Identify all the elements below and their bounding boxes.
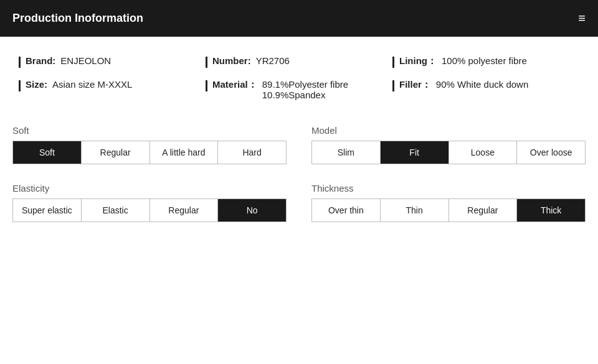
attr-label: Soft [12, 125, 287, 136]
attr-label: Thickness [311, 183, 586, 194]
attr-group-thickness: ThicknessOver thinThinRegularThick [311, 183, 586, 222]
info-item: Filler：90% White duck down [392, 79, 579, 100]
attr-option-slim[interactable]: Slim [312, 141, 381, 164]
attributes-section: SoftSoftRegularA little hardHardModelSli… [0, 106, 598, 235]
attr-label: Elasticity [12, 183, 287, 194]
attr-group-model: ModelSlimFitLooseOver loose [311, 125, 586, 164]
info-item: Size:Asian size M-XXXL [19, 79, 206, 100]
attr-label: Model [311, 125, 586, 136]
attr-buttons: Super elasticElasticRegularNo [12, 198, 287, 222]
info-label: Lining： [399, 55, 437, 67]
attr-option-regular[interactable]: Regular [449, 199, 518, 222]
info-value: 89.1%Polyester fibre10.9%Spandex [262, 79, 348, 100]
info-bar [19, 57, 21, 68]
menu-icon[interactable]: ≡ [578, 11, 586, 26]
attr-option-elastic[interactable]: Elastic [82, 199, 150, 222]
info-item: Material：89.1%Polyester fibre10.9%Spande… [206, 79, 392, 100]
attr-option-thin[interactable]: Thin [381, 199, 449, 222]
info-label: Filler： [399, 79, 431, 91]
info-item: Brand:ENJEOLON [19, 55, 206, 68]
info-value: Asian size M-XXXL [52, 79, 132, 90]
info-value: ENJEOLON [60, 55, 111, 66]
info-bar [206, 57, 207, 68]
attr-group-soft: SoftSoftRegularA little hardHard [12, 125, 287, 164]
attr-option-hard[interactable]: Hard [218, 141, 286, 164]
attr-option-thick[interactable]: Thick [517, 199, 585, 222]
header: Production Inoformation ≡ [0, 0, 598, 37]
info-bar [392, 80, 394, 91]
attr-option-loose[interactable]: Loose [449, 141, 518, 164]
info-label: Brand: [26, 55, 55, 66]
attr-option-over-loose[interactable]: Over loose [517, 141, 585, 164]
attr-option-fit[interactable]: Fit [381, 141, 449, 164]
attr-group-elasticity: ElasticitySuper elasticElasticRegularNo [12, 183, 287, 222]
attr-option-regular[interactable]: Regular [82, 141, 150, 164]
info-label: Size: [26, 79, 47, 90]
info-section: Brand:ENJEOLONNumber:YR2706Lining：100% p… [0, 37, 598, 106]
attr-option-a-little-hard[interactable]: A little hard [150, 141, 219, 164]
attr-buttons: Over thinThinRegularThick [311, 198, 586, 222]
attr-option-no[interactable]: No [218, 199, 286, 222]
info-item: Lining：100% polyester fibre [392, 55, 579, 68]
info-bar [206, 80, 207, 91]
info-value: YR2706 [256, 55, 290, 66]
info-label: Number: [212, 55, 251, 66]
info-value: 90% White duck down [436, 79, 528, 90]
attr-option-over-thin[interactable]: Over thin [312, 199, 381, 222]
info-item: Number:YR2706 [206, 55, 392, 68]
attr-option-super-elastic[interactable]: Super elastic [13, 199, 82, 222]
attr-buttons: SlimFitLooseOver loose [311, 141, 586, 164]
info-bar [19, 80, 21, 91]
header-title: Production Inoformation [12, 12, 143, 25]
info-value: 100% polyester fibre [442, 55, 527, 66]
info-bar [392, 57, 394, 68]
attr-option-soft[interactable]: Soft [13, 141, 82, 164]
info-label: Material： [212, 79, 257, 91]
attr-buttons: SoftRegularA little hardHard [12, 141, 287, 164]
attr-option-regular[interactable]: Regular [150, 199, 219, 222]
